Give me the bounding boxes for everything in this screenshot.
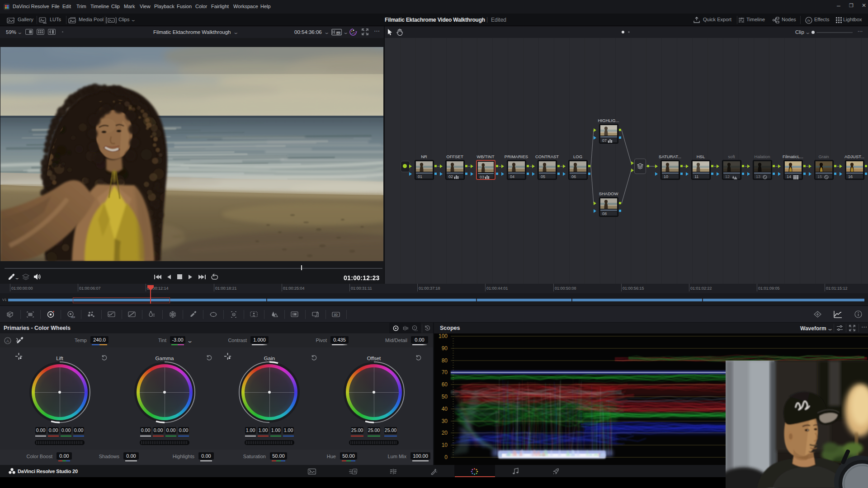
svg-text:3D: 3D [334,313,338,316]
svg-text:70: 70 [442,369,448,375]
svg-text:A: A [6,339,9,343]
svg-text:fx: fx [807,19,810,23]
svg-text:30: 30 [442,418,448,424]
svg-text:20: 20 [442,430,448,436]
svg-text:HDR: HDR [71,316,75,319]
svg-text:100: 100 [439,333,448,339]
svg-text:90: 90 [442,345,448,352]
svg-text:HQ: HQ [336,32,340,35]
svg-text:80: 80 [442,357,448,364]
svg-text:0: 0 [444,454,448,460]
svg-text:40: 40 [442,406,448,412]
svg-text:10: 10 [442,442,448,448]
svg-text:LOG: LOG [415,329,418,331]
svg-text:60: 60 [442,381,448,388]
svg-text:50: 50 [442,394,448,400]
